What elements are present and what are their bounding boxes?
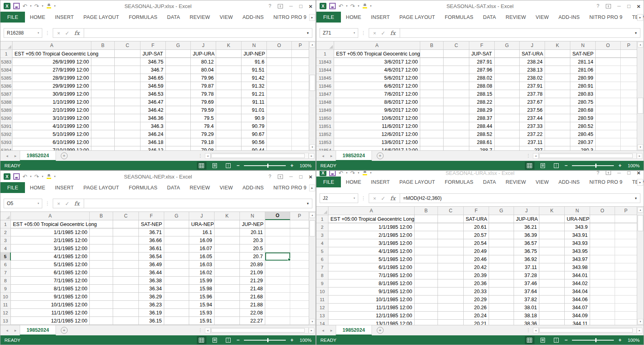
hscroll-thumb[interactable]: [539, 154, 633, 158]
cell-n11853[interactable]: 280.37: [570, 138, 596, 146]
cell-f11851[interactable]: 288.44: [469, 122, 495, 130]
formula-bar-expand-icon[interactable]: ▾: [635, 31, 637, 35]
ribbon-tab-add-ins[interactable]: ADD-INS: [238, 182, 269, 193]
cell-n4[interactable]: 343.93: [565, 239, 590, 247]
cell-b5394[interactable]: [91, 146, 115, 150]
column-header-j[interactable]: J: [514, 207, 539, 215]
cell-j11849[interactable]: 237.56: [520, 106, 545, 114]
cell-j6[interactable]: 36.92: [514, 255, 539, 263]
cell-a11843[interactable]: 3/6/2017 12:00: [334, 58, 420, 66]
cell-p11[interactable]: [615, 296, 637, 304]
cell-k1[interactable]: [539, 215, 565, 223]
cell-k11851[interactable]: [545, 122, 570, 130]
cell-j5383[interactable]: 80.12: [191, 58, 216, 66]
new-sheet-button[interactable]: +: [61, 327, 68, 334]
cell-n11[interactable]: 344.06: [565, 296, 590, 304]
ribbon-tab-nitro-pro-9[interactable]: NITRO PRO 9: [584, 177, 627, 187]
name-box[interactable]: O5 ▾: [4, 199, 42, 208]
hscroll-track[interactable]: [539, 327, 637, 333]
cell-a5390[interactable]: 3/10/1999 12:00: [12, 114, 91, 122]
column-header-c[interactable]: C: [438, 207, 464, 215]
cell-f11849[interactable]: 288.29: [469, 106, 495, 114]
hscroll-thumb[interactable]: [539, 328, 633, 333]
cell-a5394[interactable]: 7/10/1999 12:00: [12, 146, 91, 150]
cell-c11851[interactable]: [444, 122, 469, 130]
save-icon[interactable]: [329, 171, 336, 176]
vscroll-track[interactable]: [310, 218, 315, 318]
cell-a5[interactable]: 4/1/1985 12:00: [328, 247, 415, 255]
cell-g5387[interactable]: [166, 90, 191, 98]
cell-k11846[interactable]: [545, 82, 570, 90]
cell-c11845[interactable]: [444, 74, 469, 82]
cell-g5393[interactable]: [166, 138, 191, 146]
cell-k11850[interactable]: [545, 114, 570, 122]
cell-a11847[interactable]: 7/6/2017 12:00: [334, 90, 420, 98]
cell-b5[interactable]: [415, 247, 438, 255]
row-header-2[interactable]: 2: [316, 223, 328, 231]
cell-j5390[interactable]: 79.5: [191, 114, 216, 122]
cell-n5384[interactable]: 91.51: [242, 66, 267, 74]
zoom-slider[interactable]: [244, 165, 286, 166]
column-header-a[interactable]: A: [12, 41, 91, 49]
column-header-n[interactable]: N: [240, 212, 265, 220]
cell-j5392[interactable]: 79.29: [191, 130, 216, 138]
save-icon[interactable]: [13, 3, 20, 9]
new-sheet-button[interactable]: +: [377, 327, 384, 334]
cell-c5392[interactable]: [115, 130, 140, 138]
row-header-3[interactable]: 3: [316, 231, 328, 239]
cell-a3[interactable]: 2/1/1985 12:00: [328, 231, 415, 239]
row-header-5389[interactable]: 5389: [0, 106, 12, 114]
cell-b12[interactable]: [415, 304, 438, 312]
save-icon[interactable]: [329, 3, 336, 9]
cell-f11843[interactable]: 287.91: [469, 58, 495, 66]
cell-k1[interactable]: [215, 220, 240, 228]
cell-k10[interactable]: [215, 293, 240, 301]
cell-p5385[interactable]: [292, 74, 309, 82]
cell-j14[interactable]: 38.36: [514, 320, 539, 325]
cell-f8[interactable]: 36.38: [139, 277, 164, 285]
cell-f1[interactable]: JUP-SAT: [140, 50, 166, 58]
cell-c5385[interactable]: [115, 74, 140, 82]
cell-g5[interactable]: [164, 253, 189, 261]
cell-a5393[interactable]: 6/10/1999 12:00: [12, 138, 91, 146]
ribbon-tab-add-ins[interactable]: ADD-INS: [238, 12, 269, 23]
cell-f3[interactable]: 36.66: [139, 236, 164, 244]
cell-p5[interactable]: [615, 247, 637, 255]
cell-g3[interactable]: [489, 231, 514, 239]
zoom-in-button[interactable]: +: [618, 162, 621, 168]
row-header-11851[interactable]: 11851: [316, 122, 334, 130]
column-header-g[interactable]: G: [489, 207, 514, 215]
cell-n1[interactable]: JUP-NEP: [240, 220, 265, 228]
cell-o5386[interactable]: [267, 82, 292, 90]
cell-p9[interactable]: [615, 279, 637, 288]
cell-j7[interactable]: 37.11: [514, 263, 539, 271]
cell-b1[interactable]: [415, 215, 438, 223]
select-all-corner[interactable]: [0, 212, 11, 220]
cell-k11853[interactable]: [545, 138, 570, 146]
cell-n3[interactable]: 343.91: [565, 231, 590, 239]
cell-k11845[interactable]: [545, 74, 570, 82]
cell-o5389[interactable]: [267, 106, 292, 114]
cell-a1[interactable]: EST +05:00 Tropical Geocentric Long: [12, 50, 91, 58]
cell-a12[interactable]: 11/1/1985 12:00: [328, 304, 415, 312]
column-header-k[interactable]: K: [216, 41, 242, 49]
cell-k5391[interactable]: [216, 122, 242, 130]
cell-c11844[interactable]: [444, 66, 469, 74]
cell-n2[interactable]: 343.9: [565, 223, 590, 231]
cell-f5385[interactable]: 346.65: [140, 74, 166, 82]
cell-a11[interactable]: 10/1/1985 12:00: [11, 301, 90, 309]
zoom-out-button[interactable]: −: [565, 337, 568, 343]
undo-dropdown-icon[interactable]: ▾: [30, 175, 32, 178]
cell-a3[interactable]: 2/1/1985 12:00: [11, 236, 90, 244]
sheet-nav-next-icon[interactable]: ▸: [11, 328, 20, 333]
cell-o1[interactable]: [596, 50, 621, 58]
cell-b11[interactable]: [415, 296, 438, 304]
cell-n5392[interactable]: 90.67: [242, 130, 267, 138]
cell-o11[interactable]: [590, 296, 615, 304]
cell-o3[interactable]: [265, 236, 290, 244]
row-header-5394[interactable]: 5394: [0, 146, 12, 150]
cell-p4[interactable]: [615, 239, 637, 247]
cell-n5389[interactable]: 91.01: [242, 106, 267, 114]
normal-view-button[interactable]: [525, 162, 535, 170]
redo-icon[interactable]: ↷: [350, 3, 355, 9]
